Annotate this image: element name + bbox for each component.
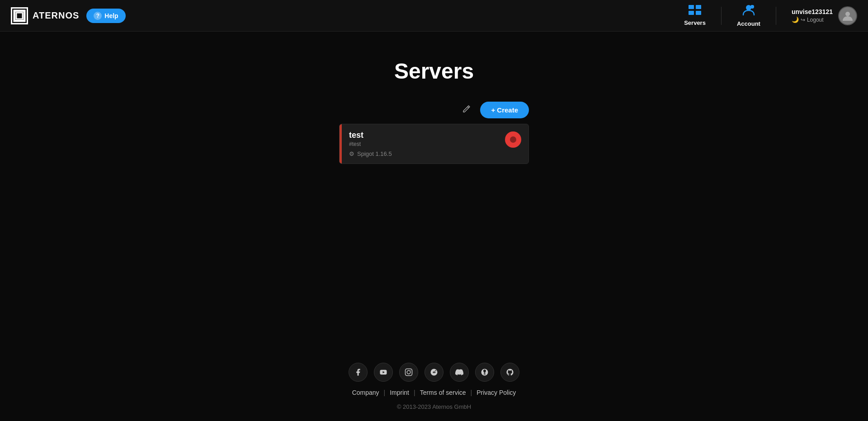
svg-rect-5	[696, 11, 701, 15]
logout-label: Logout	[807, 17, 824, 23]
username: unvise123121	[792, 8, 833, 15]
server-info: test #test	[349, 131, 363, 147]
navbar: ATERNOS ? Help Servers	[0, 0, 868, 32]
logout-button[interactable]: 🌙 ↪ Logout	[792, 16, 824, 23]
user-section: unvise123121 🌙 ↪ Logout	[792, 6, 857, 25]
edit-button[interactable]	[458, 103, 475, 117]
imprint-link[interactable]: Imprint	[390, 389, 409, 396]
footer: Company | Imprint | Terms of service | P…	[0, 349, 868, 421]
avatar-icon	[839, 7, 856, 24]
svg-rect-19	[484, 373, 486, 374]
navbar-left: ATERNOS ? Help	[11, 7, 684, 24]
logo-text: ATERNOS	[33, 10, 79, 21]
svg-point-12	[407, 370, 410, 374]
footer-links: Company | Imprint | Terms of service | P…	[352, 389, 516, 396]
navbar-right: Servers Account unvise123121 🌙 ↪	[684, 4, 857, 27]
server-software: Spigot 1.16.5	[357, 150, 392, 157]
nav-divider-2	[776, 7, 776, 25]
svg-rect-11	[406, 369, 412, 376]
social-icons	[349, 363, 519, 382]
server-card-body: test #test ⚙ Spigot 1.16.5	[342, 124, 528, 164]
svg-point-15	[433, 372, 434, 373]
footer-sep-1: |	[384, 389, 386, 396]
svg-point-8	[845, 12, 850, 16]
servers-icon	[689, 5, 701, 18]
help-button[interactable]: ? Help	[86, 9, 125, 23]
svg-rect-20	[484, 374, 486, 374]
help-label: Help	[104, 12, 118, 19]
svg-point-6	[746, 5, 751, 10]
teamspeak-icon	[481, 368, 489, 376]
footer-sep-2: |	[414, 389, 415, 396]
footer-sep-3: |	[471, 389, 472, 396]
main-content: Servers + Create test #test ⚙ Spig	[0, 32, 868, 349]
youtube-link[interactable]	[374, 363, 393, 382]
pencil-icon	[462, 104, 471, 113]
logout-arrow-icon: ↪	[801, 17, 805, 23]
teamspeak-link[interactable]	[475, 363, 494, 382]
server-card[interactable]: test #test ⚙ Spigot 1.16.5	[339, 124, 529, 164]
discord-icon	[455, 368, 463, 376]
help-icon: ?	[94, 12, 102, 20]
company-link[interactable]: Company	[352, 389, 379, 396]
logout-section: unvise123121 🌙 ↪ Logout	[792, 8, 833, 23]
nav-servers[interactable]: Servers	[684, 5, 706, 26]
svg-rect-1	[16, 13, 23, 19]
server-status-indicator	[505, 131, 521, 148]
svg-point-16	[434, 372, 435, 373]
youtube-icon	[379, 368, 387, 376]
servers-label: Servers	[684, 19, 706, 26]
svg-rect-0	[14, 10, 25, 21]
create-label: + Create	[491, 106, 518, 114]
logo[interactable]: ATERNOS	[11, 7, 79, 24]
svg-rect-4	[689, 11, 694, 15]
instagram-icon	[405, 368, 413, 376]
create-button[interactable]: + Create	[480, 102, 529, 118]
server-card-top: test #test	[349, 131, 521, 148]
discord-link[interactable]	[450, 363, 469, 382]
reddit-link[interactable]	[425, 363, 443, 382]
github-icon	[506, 368, 514, 376]
privacy-link[interactable]: Privacy Policy	[476, 389, 516, 396]
instagram-link[interactable]	[399, 363, 418, 382]
gear-icon: ⚙	[349, 150, 354, 157]
github-link[interactable]	[500, 363, 519, 382]
servers-controls: + Create	[335, 102, 533, 118]
server-hashtag: #test	[349, 141, 363, 147]
reddit-icon	[430, 368, 438, 376]
facebook-link[interactable]	[349, 363, 368, 382]
terms-link[interactable]: Terms of service	[420, 389, 466, 396]
page-title: Servers	[394, 59, 474, 84]
svg-point-13	[410, 370, 411, 371]
moon-icon: 🌙	[792, 16, 799, 23]
logo-icon	[11, 7, 28, 24]
facebook-icon	[354, 368, 362, 376]
copyright: © 2013-2023 Aternos GmbH	[397, 403, 471, 410]
account-label: Account	[737, 20, 760, 27]
nav-divider	[721, 7, 722, 25]
svg-rect-3	[696, 5, 701, 9]
svg-rect-2	[689, 5, 694, 9]
nav-account[interactable]: Account	[737, 4, 760, 27]
server-name: test	[349, 131, 363, 140]
account-icon	[742, 4, 755, 19]
user-avatar[interactable]	[838, 6, 857, 25]
svg-point-17	[435, 370, 436, 371]
server-card-footer: ⚙ Spigot 1.16.5	[349, 150, 521, 157]
